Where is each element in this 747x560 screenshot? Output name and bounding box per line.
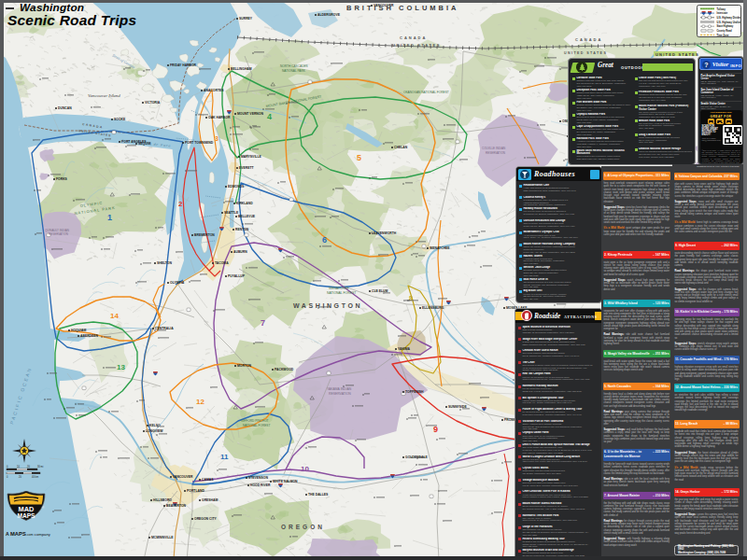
svg-text:State Highway: State Highway <box>717 24 734 28</box>
svg-text:RESERVATION: RESERVATION <box>49 232 68 236</box>
svg-text:STEVENSON: STEVENSON <box>248 476 268 480</box>
svg-text:GIFFORD PINCHOT: GIFFORD PINCHOT <box>241 419 269 423</box>
svg-text:OKANOGAN NATIONAL FOREST: OKANOGAN NATIONAL FOREST <box>403 91 449 94</box>
svg-text:UNITED STATES: UNITED STATES <box>392 43 441 48</box>
svg-text:BEAVERTON: BEAVERTON <box>166 504 187 508</box>
svg-text:COLVILLE INDIAN: COLVILLE INDIAN <box>482 147 505 150</box>
svg-text:10: 10 <box>301 465 309 473</box>
svg-text:GRESHAM: GRESHAM <box>202 498 218 502</box>
svg-text:NORTH CASCADES: NORTH CASCADES <box>280 64 308 68</box>
svg-text:HILLSBORO: HILLSBORO <box>153 498 172 502</box>
svg-text:FORKS: FORKS <box>56 177 68 181</box>
svg-text:TOPPENISH: TOPPENISH <box>405 390 424 394</box>
svg-text:2: 2 <box>178 200 183 208</box>
svg-text:ELLENSBURG: ELLENSBURG <box>422 306 444 310</box>
svg-text:YAKAMA INDIAN: YAKAMA INDIAN <box>327 387 352 391</box>
svg-text:30 mi: 30 mi <box>37 465 44 469</box>
svg-text:WENATCHEE: WENATCHEE <box>329 287 349 290</box>
svg-text:14: 14 <box>110 312 119 320</box>
svg-text:OLYMPIA: OLYMPIA <box>170 281 185 285</box>
svg-text:PORTLAND: PORTLAND <box>187 489 204 493</box>
svg-text:OREGON: OREGON <box>281 524 325 530</box>
svg-text:ABERDEEN: ABERDEEN <box>80 334 99 338</box>
svg-text:PUYALLUP: PUYALLUP <box>228 274 246 278</box>
svg-text:UNITED STATES: UNITED STATES <box>564 51 607 55</box>
svg-text:6: 6 <box>322 235 327 245</box>
svg-text:Time Zone: Time Zone <box>717 33 729 36</box>
svg-text:PACKWOOD: PACKWOOD <box>275 368 294 371</box>
svg-text:11: 11 <box>220 453 229 461</box>
svg-text:10: 10 <box>17 465 20 469</box>
svg-text:ALDERGROVE: ALDERGROVE <box>317 13 341 17</box>
svg-text:WASHINGTON: WASHINGTON <box>293 302 362 309</box>
svg-text:RENTON: RENTON <box>235 228 249 231</box>
svg-text:NATIONAL FOREST: NATIONAL FOREST <box>243 424 270 427</box>
svg-text:40 km: 40 km <box>32 475 38 479</box>
svg-text:BELLINGHAM: BELLINGHAM <box>231 67 252 71</box>
svg-text:RESERVATION: RESERVATION <box>486 151 505 155</box>
svg-text:0: 0 <box>7 475 8 479</box>
svg-text:MCMINNVILLE: MCMINNVILLE <box>151 536 174 539</box>
svg-text:4: 4 <box>267 112 272 121</box>
svg-text:ANACORTES: ANACORTES <box>204 89 224 92</box>
svg-text:TACOMA: TACOMA <box>215 261 229 265</box>
svg-text:PORT TOWNSEND: PORT TOWNSEND <box>185 141 214 145</box>
svg-text:12: 12 <box>196 398 204 406</box>
svg-text:CAMAS: CAMAS <box>202 478 214 482</box>
svg-text:MOUNT VERNON: MOUNT VERNON <box>237 112 263 116</box>
svg-text:SHELTON: SHELTON <box>157 261 172 265</box>
svg-text:EVERETT: EVERETT <box>239 166 255 170</box>
svg-text:Vancouver Island: Vancouver Island <box>88 93 120 98</box>
svg-text:HOOD RIVER: HOOD RIVER <box>250 483 271 487</box>
svg-text:20: 20 <box>27 465 30 469</box>
svg-text:MORTON: MORTON <box>237 364 252 368</box>
svg-text:HOQUIAM: HOQUIAM <box>71 329 87 332</box>
svg-text:Interstate: Interstate <box>717 11 728 15</box>
svg-text:LEAVENWORTH: LEAVENWORTH <box>372 231 397 235</box>
svg-text:U.S. Highway Undivided: U.S. Highway Undivided <box>717 20 741 23</box>
svg-text:County Road: County Road <box>717 29 733 33</box>
svg-text:0: 0 <box>7 465 8 469</box>
svg-text:CHELAN: CHELAN <box>394 146 408 149</box>
svg-text:1: 1 <box>107 213 112 222</box>
svg-text:13: 13 <box>117 363 125 371</box>
svg-text:THE DALLES: THE DALLES <box>308 493 329 497</box>
svg-text:NATIONAL FOREST: NATIONAL FOREST <box>327 291 356 295</box>
svg-text:WENATCHEE: WENATCHEE <box>430 246 450 250</box>
svg-text:®: ® <box>42 506 45 510</box>
svg-text:BREMERTON: BREMERTON <box>194 233 215 237</box>
svg-text:7: 7 <box>261 318 265 328</box>
svg-text:VICTORIA: VICTORIA <box>145 101 161 105</box>
svg-text:SOOKE: SOOKE <box>114 118 126 121</box>
svg-text:UNITED STATES: UNITED STATES <box>655 52 699 57</box>
svg-text:DUNCAN: DUNCAN <box>58 106 72 110</box>
svg-text:SURREY: SURREY <box>239 17 253 21</box>
svg-text:KELSO: KELSO <box>149 424 161 427</box>
svg-text:RESERVATION: RESERVATION <box>329 392 351 396</box>
svg-text:YAKIMA: YAKIMA <box>398 347 411 351</box>
svg-text:NATIONAL PARK: NATIONAL PARK <box>282 69 306 73</box>
svg-text:WHITE SALMON: WHITE SALMON <box>273 480 298 483</box>
svg-text:SEATTLE: SEATTLE <box>224 211 239 215</box>
svg-text:AUBURN: AUBURN <box>233 250 247 254</box>
svg-text:Tollway: Tollway <box>717 7 726 10</box>
svg-text:5: 5 <box>357 153 361 162</box>
svg-text:FRIDAY HARBOR: FRIDAY HARBOR <box>170 63 197 67</box>
svg-text:BRITISH COLUMBIA: BRITISH COLUMBIA <box>346 4 459 12</box>
svg-text:KIRKLAND: KIRKLAND <box>236 202 253 205</box>
svg-text:MARYSVILLE: MARYSVILLE <box>241 155 261 159</box>
svg-text:LONGVIEW: LONGVIEW <box>146 429 163 433</box>
svg-text:EDMONDS: EDMONDS <box>228 185 245 189</box>
svg-text:MAPS: MAPS <box>17 512 35 519</box>
svg-text:20: 20 <box>19 475 21 479</box>
svg-text:VANCOUVER: VANCOUVER <box>173 475 193 479</box>
svg-text:CANADA: CANADA <box>575 37 602 42</box>
svg-text:OAK HARBOR: OAK HARBOR <box>208 116 231 119</box>
svg-text:CANADA: CANADA <box>400 35 427 40</box>
svg-text:3: 3 <box>215 135 218 142</box>
svg-text:BELLEVUE: BELLEVUE <box>238 215 256 218</box>
svg-text:U.S. Highway Divided: U.S. Highway Divided <box>717 15 741 19</box>
svg-text:OREGON CITY: OREGON CITY <box>194 517 217 521</box>
